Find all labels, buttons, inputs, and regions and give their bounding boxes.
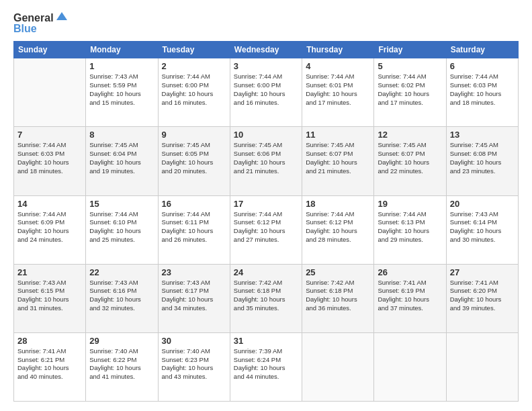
day-number: 1 [89,61,154,71]
day-number: 4 [306,61,370,71]
calendar-cell: 4Sunrise: 7:44 AM Sunset: 6:01 PM Daylig… [302,58,374,127]
calendar-week-row: 21Sunrise: 7:43 AM Sunset: 6:15 PM Dayli… [14,264,519,332]
calendar-cell: 7Sunrise: 7:44 AM Sunset: 6:03 PM Daylig… [14,127,86,195]
calendar-cell: 8Sunrise: 7:45 AM Sunset: 6:04 PM Daylig… [86,127,158,195]
day-info: Sunrise: 7:45 AM Sunset: 6:07 PM Dayligh… [306,141,370,175]
day-info: Sunrise: 7:45 AM Sunset: 6:04 PM Dayligh… [89,141,154,175]
calendar-cell: 5Sunrise: 7:44 AM Sunset: 6:02 PM Daylig… [374,58,446,127]
calendar-cell: 23Sunrise: 7:43 AM Sunset: 6:17 PM Dayli… [158,264,230,332]
calendar-cell: 17Sunrise: 7:44 AM Sunset: 6:12 PM Dayli… [230,195,302,264]
day-info: Sunrise: 7:44 AM Sunset: 6:01 PM Dayligh… [306,73,370,107]
day-info: Sunrise: 7:40 AM Sunset: 6:23 PM Dayligh… [162,347,226,381]
day-info: Sunrise: 7:44 AM Sunset: 6:00 PM Dayligh… [162,73,226,107]
day-number: 15 [89,199,154,209]
day-number: 7 [17,130,82,140]
calendar-table: SundayMondayTuesdayWednesdayThursdayFrid… [13,41,519,402]
calendar-cell: 13Sunrise: 7:45 AM Sunset: 6:08 PM Dayli… [446,127,518,195]
page: General Blue SundayMondayTuesdayWednesda… [0,0,532,411]
day-number: 13 [450,130,515,140]
calendar-cell [374,332,446,401]
day-number: 6 [450,61,515,71]
logo: General Blue [13,12,67,34]
column-header-monday: Monday [86,42,158,58]
calendar-cell: 25Sunrise: 7:42 AM Sunset: 6:18 PM Dayli… [302,264,374,332]
day-info: Sunrise: 7:43 AM Sunset: 5:59 PM Dayligh… [89,73,154,107]
day-info: Sunrise: 7:41 AM Sunset: 6:21 PM Dayligh… [17,347,82,381]
calendar-cell: 1Sunrise: 7:43 AM Sunset: 5:59 PM Daylig… [86,58,158,127]
day-info: Sunrise: 7:44 AM Sunset: 6:09 PM Dayligh… [17,210,82,244]
day-info: Sunrise: 7:44 AM Sunset: 6:12 PM Dayligh… [306,210,370,244]
day-number: 16 [162,199,226,209]
calendar-week-row: 7Sunrise: 7:44 AM Sunset: 6:03 PM Daylig… [14,127,519,195]
day-info: Sunrise: 7:44 AM Sunset: 6:10 PM Dayligh… [89,210,154,244]
day-info: Sunrise: 7:44 AM Sunset: 6:03 PM Dayligh… [450,73,515,107]
column-header-saturday: Saturday [446,42,518,58]
day-number: 23 [162,267,226,277]
calendar-cell: 11Sunrise: 7:45 AM Sunset: 6:07 PM Dayli… [302,127,374,195]
day-number: 10 [234,130,298,140]
logo-blue-text: Blue [13,23,37,35]
calendar-cell: 14Sunrise: 7:44 AM Sunset: 6:09 PM Dayli… [14,195,86,264]
day-number: 20 [450,199,515,209]
calendar-cell: 15Sunrise: 7:44 AM Sunset: 6:10 PM Dayli… [86,195,158,264]
day-number: 18 [306,199,370,209]
calendar-cell: 24Sunrise: 7:42 AM Sunset: 6:18 PM Dayli… [230,264,302,332]
calendar-cell [14,58,86,127]
day-number: 14 [17,199,82,209]
logo-container: General Blue [13,12,67,34]
calendar-cell: 10Sunrise: 7:45 AM Sunset: 6:06 PM Dayli… [230,127,302,195]
svg-marker-0 [56,12,67,20]
calendar-cell: 19Sunrise: 7:44 AM Sunset: 6:13 PM Dayli… [374,195,446,264]
day-number: 29 [89,336,154,346]
calendar-week-row: 14Sunrise: 7:44 AM Sunset: 6:09 PM Dayli… [14,195,519,264]
day-number: 2 [162,61,226,71]
day-info: Sunrise: 7:44 AM Sunset: 6:02 PM Dayligh… [378,73,442,107]
calendar-cell: 12Sunrise: 7:45 AM Sunset: 6:07 PM Dayli… [374,127,446,195]
column-header-friday: Friday [374,42,446,58]
column-header-wednesday: Wednesday [230,42,302,58]
day-number: 24 [234,267,298,277]
logo-arrow-icon [55,11,67,23]
day-number: 25 [306,267,370,277]
day-number: 11 [306,130,370,140]
day-number: 12 [378,130,442,140]
calendar-cell: 29Sunrise: 7:40 AM Sunset: 6:22 PM Dayli… [86,332,158,401]
day-info: Sunrise: 7:40 AM Sunset: 6:22 PM Dayligh… [89,347,154,381]
day-info: Sunrise: 7:45 AM Sunset: 6:05 PM Dayligh… [162,141,226,175]
day-info: Sunrise: 7:39 AM Sunset: 6:24 PM Dayligh… [234,347,298,381]
day-info: Sunrise: 7:44 AM Sunset: 6:13 PM Dayligh… [378,210,442,244]
day-number: 3 [234,61,298,71]
day-info: Sunrise: 7:44 AM Sunset: 6:11 PM Dayligh… [162,210,226,244]
day-number: 22 [89,267,154,277]
calendar-header-row: SundayMondayTuesdayWednesdayThursdayFrid… [14,42,519,58]
calendar-cell: 30Sunrise: 7:40 AM Sunset: 6:23 PM Dayli… [158,332,230,401]
calendar-cell: 21Sunrise: 7:43 AM Sunset: 6:15 PM Dayli… [14,264,86,332]
day-info: Sunrise: 7:45 AM Sunset: 6:07 PM Dayligh… [378,141,442,175]
day-info: Sunrise: 7:43 AM Sunset: 6:17 PM Dayligh… [162,279,226,313]
day-info: Sunrise: 7:43 AM Sunset: 6:16 PM Dayligh… [89,279,154,313]
day-info: Sunrise: 7:44 AM Sunset: 6:12 PM Dayligh… [234,210,298,244]
calendar-cell: 20Sunrise: 7:43 AM Sunset: 6:14 PM Dayli… [446,195,518,264]
calendar-cell: 28Sunrise: 7:41 AM Sunset: 6:21 PM Dayli… [14,332,86,401]
day-number: 31 [234,336,298,346]
calendar-week-row: 1Sunrise: 7:43 AM Sunset: 5:59 PM Daylig… [14,58,519,127]
day-number: 8 [89,130,154,140]
day-number: 19 [378,199,442,209]
day-number: 5 [378,61,442,71]
calendar-cell: 6Sunrise: 7:44 AM Sunset: 6:03 PM Daylig… [446,58,518,127]
calendar-cell: 18Sunrise: 7:44 AM Sunset: 6:12 PM Dayli… [302,195,374,264]
calendar-cell: 9Sunrise: 7:45 AM Sunset: 6:05 PM Daylig… [158,127,230,195]
calendar-cell: 22Sunrise: 7:43 AM Sunset: 6:16 PM Dayli… [86,264,158,332]
day-info: Sunrise: 7:41 AM Sunset: 6:19 PM Dayligh… [378,279,442,313]
day-number: 21 [17,267,82,277]
day-number: 28 [17,336,82,346]
day-number: 27 [450,267,515,277]
calendar-cell [446,332,518,401]
column-header-tuesday: Tuesday [158,42,230,58]
day-number: 26 [378,267,442,277]
calendar-cell: 27Sunrise: 7:41 AM Sunset: 6:20 PM Dayli… [446,264,518,332]
day-info: Sunrise: 7:43 AM Sunset: 6:14 PM Dayligh… [450,210,515,244]
calendar-cell: 26Sunrise: 7:41 AM Sunset: 6:19 PM Dayli… [374,264,446,332]
day-info: Sunrise: 7:44 AM Sunset: 6:03 PM Dayligh… [17,141,82,175]
day-number: 17 [234,199,298,209]
